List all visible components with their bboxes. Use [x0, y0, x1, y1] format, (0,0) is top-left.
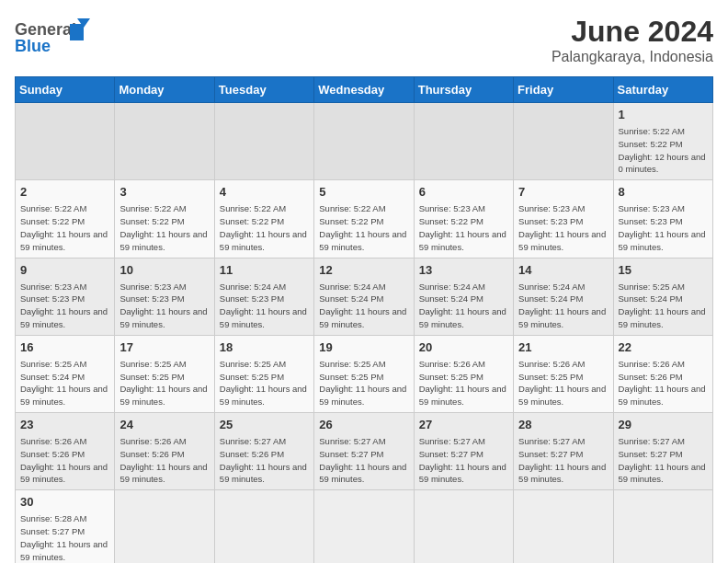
day-number: 11: [220, 262, 309, 279]
day-info: Sunrise: 5:25 AMSunset: 5:25 PMDaylight:…: [319, 358, 408, 408]
calendar-day: 15Sunrise: 5:25 AMSunset: 5:24 PMDayligh…: [613, 258, 712, 335]
day-info: Sunrise: 5:22 AMSunset: 5:22 PMDaylight:…: [119, 202, 209, 253]
calendar-table: SundayMondayTuesdayWednesdayThursdayFrid…: [15, 76, 713, 563]
calendar-day: 29Sunrise: 5:27 AMSunset: 5:27 PMDayligh…: [613, 413, 712, 490]
svg-text:Blue: Blue: [15, 37, 51, 55]
calendar-day: 28Sunrise: 5:27 AMSunset: 5:27 PMDayligh…: [514, 413, 613, 490]
calendar-day: 13Sunrise: 5:24 AMSunset: 5:24 PMDayligh…: [414, 258, 513, 335]
day-number: 22: [619, 339, 708, 356]
day-number: 6: [419, 184, 508, 201]
month-title: June 2024: [552, 15, 713, 49]
day-number: 7: [518, 184, 608, 201]
calendar-day: 7Sunrise: 5:23 AMSunset: 5:23 PMDaylight…: [514, 180, 613, 258]
day-number: 20: [419, 339, 508, 356]
day-info: Sunrise: 5:25 AMSunset: 5:24 PMDaylight:…: [619, 281, 708, 331]
calendar-day: 25Sunrise: 5:27 AMSunset: 5:26 PMDayligh…: [214, 413, 313, 490]
calendar-day: [214, 103, 313, 180]
day-info: Sunrise: 5:23 AMSunset: 5:22 PMDaylight:…: [419, 202, 508, 253]
calendar-day: [16, 103, 115, 180]
day-number: 27: [419, 417, 508, 433]
calendar-day: 24Sunrise: 5:26 AMSunset: 5:26 PMDayligh…: [115, 413, 214, 490]
title-section: June 2024 Palangkaraya, Indonesia: [552, 15, 713, 65]
day-number: 28: [518, 417, 608, 433]
calendar-day: [613, 490, 712, 563]
calendar-day: 14Sunrise: 5:24 AMSunset: 5:24 PMDayligh…: [514, 258, 613, 335]
day-number: 23: [20, 417, 109, 433]
day-info: Sunrise: 5:24 AMSunset: 5:24 PMDaylight:…: [319, 281, 408, 331]
calendar-day: 30Sunrise: 5:28 AMSunset: 5:27 PMDayligh…: [16, 490, 115, 563]
calendar-day: 23Sunrise: 5:26 AMSunset: 5:26 PMDayligh…: [16, 413, 115, 490]
calendar-day: 19Sunrise: 5:25 AMSunset: 5:25 PMDayligh…: [314, 335, 414, 412]
calendar-day: [115, 103, 214, 180]
calendar-day: 12Sunrise: 5:24 AMSunset: 5:24 PMDayligh…: [314, 258, 414, 335]
calendar-week-row: 30Sunrise: 5:28 AMSunset: 5:27 PMDayligh…: [16, 490, 713, 563]
calendar-week-row: 1Sunrise: 5:22 AMSunset: 5:22 PMDaylight…: [16, 103, 713, 180]
day-number: 5: [319, 184, 408, 201]
day-info: Sunrise: 5:22 AMSunset: 5:22 PMDaylight:…: [319, 202, 408, 253]
calendar-day: [514, 103, 613, 180]
day-header-friday: Friday: [514, 77, 613, 103]
day-info: Sunrise: 5:27 AMSunset: 5:27 PMDaylight:…: [319, 435, 408, 486]
calendar-day: 8Sunrise: 5:23 AMSunset: 5:23 PMDaylight…: [613, 180, 712, 258]
day-header-monday: Monday: [115, 77, 214, 103]
calendar-day: 17Sunrise: 5:25 AMSunset: 5:25 PMDayligh…: [115, 335, 214, 412]
day-number: 1: [619, 107, 708, 123]
calendar-header-row: SundayMondayTuesdayWednesdayThursdayFrid…: [16, 77, 713, 103]
day-header-sunday: Sunday: [16, 77, 115, 103]
calendar-day: 2Sunrise: 5:22 AMSunset: 5:22 PMDaylight…: [16, 180, 115, 258]
calendar-day: [414, 103, 513, 180]
calendar-day: [414, 490, 513, 563]
day-info: Sunrise: 5:24 AMSunset: 5:24 PMDaylight:…: [518, 281, 608, 331]
day-number: 18: [220, 339, 309, 356]
calendar-day: 6Sunrise: 5:23 AMSunset: 5:22 PMDaylight…: [414, 180, 513, 258]
day-number: 12: [319, 262, 408, 279]
day-info: Sunrise: 5:26 AMSunset: 5:25 PMDaylight:…: [518, 358, 608, 408]
day-number: 9: [20, 262, 109, 279]
calendar-day: 10Sunrise: 5:23 AMSunset: 5:23 PMDayligh…: [115, 258, 214, 335]
day-info: Sunrise: 5:25 AMSunset: 5:25 PMDaylight:…: [220, 358, 309, 408]
calendar-week-row: 2Sunrise: 5:22 AMSunset: 5:22 PMDaylight…: [16, 180, 713, 258]
day-info: Sunrise: 5:23 AMSunset: 5:23 PMDaylight:…: [119, 281, 209, 331]
logo-svg: General Blue: [15, 15, 97, 63]
calendar-day: 16Sunrise: 5:25 AMSunset: 5:24 PMDayligh…: [16, 335, 115, 412]
day-number: 8: [619, 184, 708, 201]
logo: General Blue: [15, 15, 97, 63]
day-number: 13: [419, 262, 508, 279]
calendar-day: 1Sunrise: 5:22 AMSunset: 5:22 PMDaylight…: [613, 103, 712, 180]
location: Palangkaraya, Indonesia: [552, 49, 713, 65]
day-number: 19: [319, 339, 408, 356]
day-number: 29: [619, 417, 708, 433]
calendar-day: [214, 490, 313, 563]
day-info: Sunrise: 5:28 AMSunset: 5:27 PMDaylight:…: [20, 512, 109, 563]
day-number: 24: [119, 417, 209, 433]
calendar-day: 5Sunrise: 5:22 AMSunset: 5:22 PMDaylight…: [314, 180, 414, 258]
day-info: Sunrise: 5:26 AMSunset: 5:25 PMDaylight:…: [419, 358, 508, 408]
calendar-day: 20Sunrise: 5:26 AMSunset: 5:25 PMDayligh…: [414, 335, 513, 412]
day-info: Sunrise: 5:24 AMSunset: 5:23 PMDaylight:…: [220, 281, 309, 331]
day-info: Sunrise: 5:22 AMSunset: 5:22 PMDaylight:…: [220, 202, 309, 253]
day-info: Sunrise: 5:25 AMSunset: 5:25 PMDaylight:…: [119, 358, 209, 408]
day-number: 25: [220, 417, 309, 433]
day-info: Sunrise: 5:23 AMSunset: 5:23 PMDaylight:…: [518, 202, 608, 253]
calendar-day: 3Sunrise: 5:22 AMSunset: 5:22 PMDaylight…: [115, 180, 214, 258]
calendar-day: [514, 490, 613, 563]
day-info: Sunrise: 5:26 AMSunset: 5:26 PMDaylight:…: [619, 358, 708, 408]
svg-marker-2: [70, 24, 84, 40]
calendar-day: 22Sunrise: 5:26 AMSunset: 5:26 PMDayligh…: [613, 335, 712, 412]
day-header-saturday: Saturday: [613, 77, 712, 103]
day-info: Sunrise: 5:26 AMSunset: 5:26 PMDaylight:…: [119, 435, 209, 486]
calendar-day: 27Sunrise: 5:27 AMSunset: 5:27 PMDayligh…: [414, 413, 513, 490]
calendar-week-row: 9Sunrise: 5:23 AMSunset: 5:23 PMDaylight…: [16, 258, 713, 335]
day-info: Sunrise: 5:27 AMSunset: 5:27 PMDaylight:…: [619, 435, 708, 486]
day-info: Sunrise: 5:23 AMSunset: 5:23 PMDaylight:…: [619, 202, 708, 253]
calendar-day: 21Sunrise: 5:26 AMSunset: 5:25 PMDayligh…: [514, 335, 613, 412]
day-number: 16: [20, 339, 109, 356]
day-header-thursday: Thursday: [414, 77, 513, 103]
day-info: Sunrise: 5:22 AMSunset: 5:22 PMDaylight:…: [619, 125, 708, 176]
day-number: 17: [119, 339, 209, 356]
page-header: General Blue June 2024 Palangkaraya, Ind…: [15, 15, 713, 65]
day-number: 15: [619, 262, 708, 279]
day-header-wednesday: Wednesday: [314, 77, 414, 103]
calendar-day: 11Sunrise: 5:24 AMSunset: 5:23 PMDayligh…: [214, 258, 313, 335]
day-number: 3: [119, 184, 209, 201]
